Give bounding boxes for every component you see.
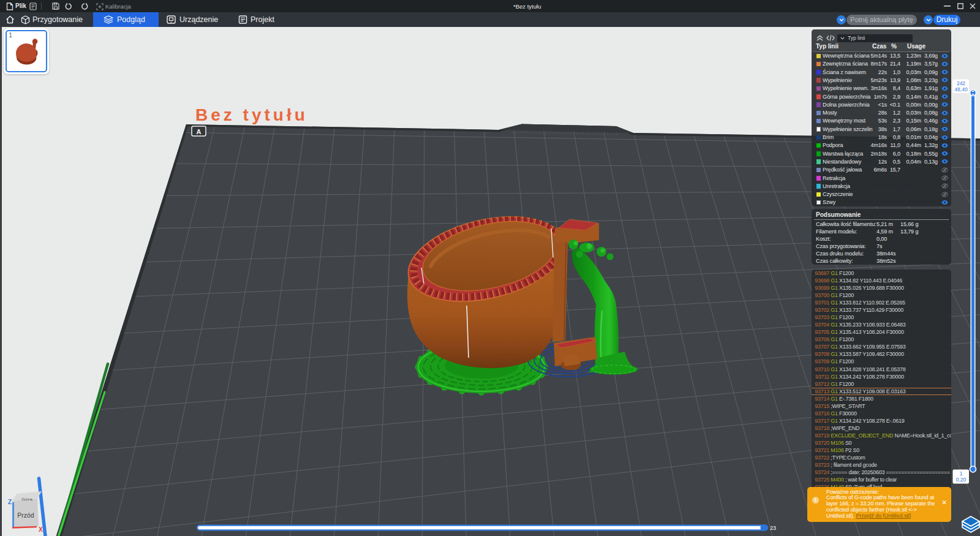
svg-text:23: 23 [770,525,776,531]
svg-text:48,40: 48,40 [954,86,968,92]
svg-text:Góra: Góra [21,497,32,501]
svg-text:242: 242 [957,80,965,86]
svg-text:0,20: 0,20 [956,477,967,483]
svg-text:Bez tytułu: Bez tytułu [195,105,308,124]
svg-text:Z: Z [8,499,12,505]
svg-text:1: 1 [960,470,963,477]
svg-text:Przód: Przód [17,511,34,519]
svg-text:X: X [39,526,43,533]
svg-text:A: A [197,128,202,135]
